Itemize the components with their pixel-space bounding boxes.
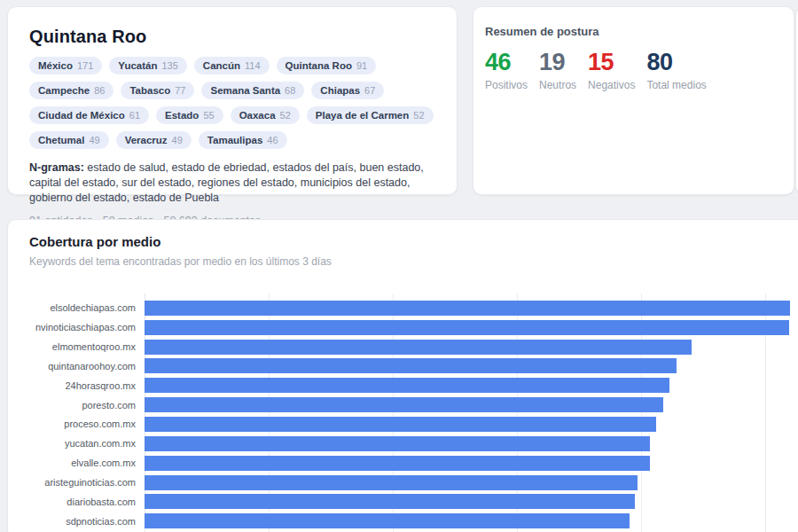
coverage-bar[interactable] xyxy=(145,417,656,432)
metric-label: Positivos xyxy=(485,79,528,91)
bar-label: elvalle.com.mx xyxy=(8,458,136,468)
keyword-tag[interactable]: Quintana Roo91 xyxy=(277,57,377,74)
keyword-tag-count: 91 xyxy=(356,60,367,71)
keyword-tag-count: 171 xyxy=(77,60,93,71)
coverage-bar[interactable] xyxy=(145,378,669,393)
chart-row: elsoldechiapas.com xyxy=(8,299,798,318)
keyword-tag-count: 67 xyxy=(364,85,375,96)
keyword-tag-label: Semana Santa xyxy=(210,85,280,96)
bar-label: 24horasqroo.mx xyxy=(8,380,136,391)
posture-metric: 46Positivos xyxy=(485,49,528,91)
keyword-tag[interactable]: Playa de el Carmen52 xyxy=(307,106,434,124)
coverage-bar[interactable] xyxy=(145,513,630,528)
posture-metrics: 46Positivos19Neutros15Negativos80Total m… xyxy=(485,49,782,91)
bar-label: elsoldechiapas.com xyxy=(8,302,136,313)
keyword-tag[interactable]: Estado55 xyxy=(156,106,223,124)
keyword-tag-label: Tabasco xyxy=(129,85,170,96)
metric-label: Negativos xyxy=(588,79,635,91)
chart-row: aristeguinoticias.com xyxy=(8,473,798,492)
topic-title: Quintana Roo xyxy=(29,27,435,46)
metric-value: 46 xyxy=(485,49,528,75)
keyword-tag-count: 77 xyxy=(175,85,185,96)
posture-metric: 15Negativos xyxy=(588,49,635,91)
ngrams-label: N-gramas: xyxy=(29,161,84,174)
keyword-tag[interactable]: Tamaulipas46 xyxy=(199,131,287,149)
keyword-tag-label: Ciudad de México xyxy=(38,110,125,121)
keyword-tag-label: Veracruz xyxy=(125,135,168,145)
keyword-tag-label: Cancún xyxy=(203,60,240,71)
keyword-tag[interactable]: Campeche86 xyxy=(29,82,113,99)
keyword-tag-label: Campeche xyxy=(38,85,90,96)
chart-row: elmomentoqroo.mx xyxy=(8,337,798,356)
chart-title: Cobertura por medio xyxy=(29,234,786,249)
chart-subtitle: Keywords del tema encontradas por medio … xyxy=(29,255,786,268)
coverage-chart-card: Cobertura por medio Keywords del tema en… xyxy=(7,219,798,532)
chart-row: proceso.com.mx xyxy=(8,415,798,434)
keyword-tag-count: 114 xyxy=(245,60,261,71)
keyword-tag-label: Chetumal xyxy=(38,135,84,145)
metric-value: 80 xyxy=(646,49,706,75)
keyword-tag-count: 55 xyxy=(203,110,214,121)
posture-card-title: Resumen de postura xyxy=(485,25,782,38)
keyword-tag-count: 49 xyxy=(172,135,183,145)
bar-label: proceso.com.mx xyxy=(8,419,136,429)
keyword-tag-label: Chiapas xyxy=(320,85,360,96)
keyword-tag[interactable]: Yucatán135 xyxy=(109,57,186,74)
chart-row: elvalle.com.mx xyxy=(8,453,798,473)
posture-metric: 80Total medios xyxy=(646,49,706,91)
metric-value: 15 xyxy=(588,49,635,75)
keyword-tag[interactable]: Ciudad de México61 xyxy=(29,106,149,124)
keyword-tag-count: 135 xyxy=(161,60,177,71)
coverage-bar[interactable] xyxy=(145,301,790,316)
keyword-tag-label: Tamaulipas xyxy=(207,135,262,145)
keyword-tag-count: 68 xyxy=(285,85,295,96)
chart-row: poresto.com xyxy=(8,395,798,415)
chart-row: yucatan.com.mx xyxy=(8,434,798,453)
keyword-tag-count: 86 xyxy=(94,85,105,96)
keyword-tag-label: Yucatán xyxy=(118,60,157,71)
metric-label: Neutros xyxy=(539,79,576,91)
metric-value: 19 xyxy=(539,49,576,75)
keyword-tag-label: Oaxaca xyxy=(239,110,276,121)
chart-row: quintanaroohoy.com xyxy=(8,356,798,376)
keyword-tag[interactable]: Cancún114 xyxy=(194,57,270,74)
keyword-tag[interactable]: Chiapas67 xyxy=(311,82,384,99)
bar-label: quintanaroohoy.com xyxy=(8,361,136,372)
keyword-tag-list: México171Yucatán135Cancún114Quintana Roo… xyxy=(29,57,435,149)
bar-label: aristeguinoticias.com xyxy=(8,477,136,488)
coverage-bar[interactable] xyxy=(145,494,635,509)
keyword-tag-label: Playa de el Carmen xyxy=(316,110,409,121)
coverage-bar[interactable] xyxy=(145,340,692,355)
coverage-bar[interactable] xyxy=(145,475,638,490)
keyword-tag[interactable]: Veracruz49 xyxy=(116,131,192,149)
bar-label: elmomentoqroo.mx xyxy=(8,341,136,352)
metric-label: Total medios xyxy=(646,79,706,91)
bar-label: yucatan.com.mx xyxy=(8,438,136,449)
ngrams-paragraph: N-gramas: estado de salud, estado de ebr… xyxy=(29,160,435,206)
coverage-bar[interactable] xyxy=(145,436,650,451)
bar-label: sdpnoticias.com xyxy=(8,516,136,527)
coverage-bar[interactable] xyxy=(145,320,789,335)
keyword-tag[interactable]: Tabasco77 xyxy=(121,82,194,99)
keyword-tag-label: México xyxy=(38,60,73,71)
keyword-tag[interactable]: Oaxaca52 xyxy=(231,106,300,124)
keyword-tag-count: 49 xyxy=(89,135,99,145)
coverage-bar[interactable] xyxy=(145,358,677,373)
chart-row: 24horasqroo.mx xyxy=(8,376,798,395)
keyword-tag-count: 46 xyxy=(267,135,278,145)
coverage-bar[interactable] xyxy=(145,456,650,471)
keyword-tag-label: Quintana Roo xyxy=(286,60,352,71)
posture-metric: 19Neutros xyxy=(539,49,576,91)
chart-row: nvinoticiaschiapas.com xyxy=(8,317,798,337)
bar-label: poresto.com xyxy=(8,400,136,411)
keyword-tag-count: 52 xyxy=(413,110,424,121)
bar-label: nvinoticiaschiapas.com xyxy=(8,322,136,332)
keyword-tag[interactable]: México171 xyxy=(29,57,102,74)
coverage-bar[interactable] xyxy=(145,397,663,412)
bar-label: diariobasta.com xyxy=(8,497,136,507)
keyword-tag[interactable]: Chetumal49 xyxy=(29,131,109,149)
chart-row: sdpnoticias.com xyxy=(8,512,798,531)
ngrams-text: estado de salud, estado de ebriedad, est… xyxy=(29,161,424,204)
posture-summary-card: Resumen de postura 46Positivos19Neutros1… xyxy=(473,6,794,195)
keyword-tag[interactable]: Semana Santa68 xyxy=(201,82,304,99)
